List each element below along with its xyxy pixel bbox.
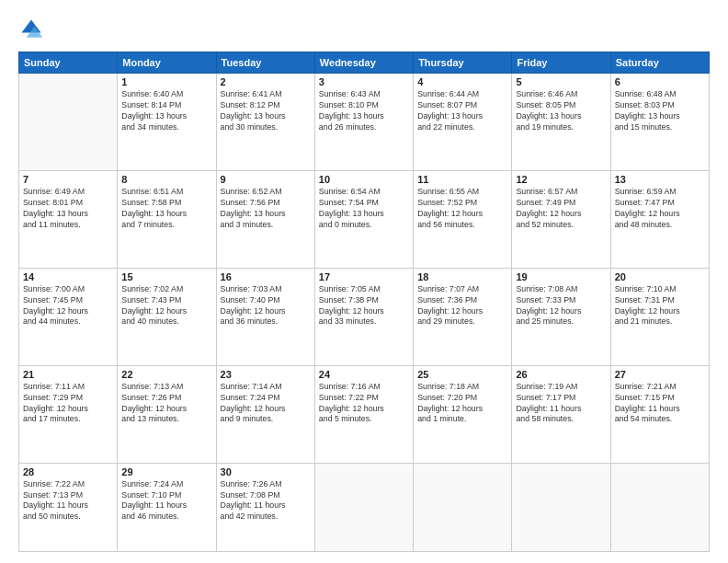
day-number: 20 xyxy=(615,271,705,282)
day-info: Sunrise: 7:14 AMSunset: 7:24 PMDaylight:… xyxy=(221,382,311,426)
day-number: 13 xyxy=(615,174,705,185)
calendar-cell: 1Sunrise: 6:40 AMSunset: 8:14 PMDaylight… xyxy=(118,74,216,171)
day-info: Sunrise: 6:51 AMSunset: 7:58 PMDaylight:… xyxy=(121,187,211,231)
calendar-cell: 8Sunrise: 6:51 AMSunset: 7:58 PMDaylight… xyxy=(118,170,216,268)
day-info: Sunrise: 6:48 AMSunset: 8:03 PMDaylight:… xyxy=(615,89,705,133)
calendar-cell: 27Sunrise: 7:21 AMSunset: 7:15 PMDayligh… xyxy=(610,365,709,463)
weekday-header-wednesday: Wednesday xyxy=(314,52,413,74)
calendar-cell: 29Sunrise: 7:24 AMSunset: 7:10 PMDayligh… xyxy=(118,463,216,551)
day-info: Sunrise: 6:40 AMSunset: 8:14 PMDaylight:… xyxy=(121,89,211,133)
logo-icon xyxy=(18,17,44,42)
day-number: 3 xyxy=(319,76,409,87)
weekday-header-friday: Friday xyxy=(512,52,610,74)
calendar-table: SundayMondayTuesdayWednesdayThursdayFrid… xyxy=(18,52,710,552)
day-info: Sunrise: 7:07 AMSunset: 7:36 PMDaylight:… xyxy=(417,284,507,328)
calendar-cell xyxy=(19,74,118,171)
day-number: 21 xyxy=(23,369,113,380)
calendar-cell: 23Sunrise: 7:14 AMSunset: 7:24 PMDayligh… xyxy=(216,365,314,463)
week-row-3: 14Sunrise: 7:00 AMSunset: 7:45 PMDayligh… xyxy=(19,268,710,365)
day-info: Sunrise: 7:24 AMSunset: 7:10 PMDaylight:… xyxy=(121,479,211,523)
day-number: 4 xyxy=(417,76,507,87)
calendar-cell: 25Sunrise: 7:18 AMSunset: 7:20 PMDayligh… xyxy=(414,365,512,463)
calendar-cell: 3Sunrise: 6:43 AMSunset: 8:10 PMDaylight… xyxy=(314,74,413,171)
day-info: Sunrise: 6:49 AMSunset: 8:01 PMDaylight:… xyxy=(23,187,113,231)
calendar-cell xyxy=(314,463,413,551)
day-info: Sunrise: 6:43 AMSunset: 8:10 PMDaylight:… xyxy=(319,89,409,133)
weekday-header-monday: Monday xyxy=(118,52,216,74)
day-number: 22 xyxy=(121,369,211,380)
weekday-header-row: SundayMondayTuesdayWednesdayThursdayFrid… xyxy=(19,52,710,74)
day-info: Sunrise: 6:57 AMSunset: 7:49 PMDaylight:… xyxy=(516,187,606,231)
calendar-cell: 16Sunrise: 7:03 AMSunset: 7:40 PMDayligh… xyxy=(216,268,314,365)
weekday-header-sunday: Sunday xyxy=(19,52,118,74)
calendar-cell: 22Sunrise: 7:13 AMSunset: 7:26 PMDayligh… xyxy=(118,365,216,463)
calendar-cell: 5Sunrise: 6:46 AMSunset: 8:05 PMDaylight… xyxy=(512,74,610,171)
day-number: 18 xyxy=(417,271,507,282)
calendar-cell: 17Sunrise: 7:05 AMSunset: 7:38 PMDayligh… xyxy=(314,268,413,365)
day-info: Sunrise: 7:08 AMSunset: 7:33 PMDaylight:… xyxy=(516,284,606,328)
day-number: 5 xyxy=(516,76,606,87)
day-info: Sunrise: 6:46 AMSunset: 8:05 PMDaylight:… xyxy=(516,89,606,133)
header xyxy=(18,17,710,42)
day-number: 25 xyxy=(417,369,507,380)
calendar-cell: 24Sunrise: 7:16 AMSunset: 7:22 PMDayligh… xyxy=(314,365,413,463)
week-row-4: 21Sunrise: 7:11 AMSunset: 7:29 PMDayligh… xyxy=(19,365,710,463)
calendar-cell: 28Sunrise: 7:22 AMSunset: 7:13 PMDayligh… xyxy=(19,463,118,551)
calendar-cell xyxy=(610,463,709,551)
page: SundayMondayTuesdayWednesdayThursdayFrid… xyxy=(0,0,728,563)
day-info: Sunrise: 7:13 AMSunset: 7:26 PMDaylight:… xyxy=(121,382,211,426)
day-info: Sunrise: 7:22 AMSunset: 7:13 PMDaylight:… xyxy=(23,479,113,523)
calendar-cell: 30Sunrise: 7:26 AMSunset: 7:08 PMDayligh… xyxy=(216,463,314,551)
day-number: 26 xyxy=(516,369,606,380)
day-number: 11 xyxy=(417,174,507,185)
day-number: 16 xyxy=(221,271,311,282)
logo xyxy=(18,17,48,42)
week-row-1: 1Sunrise: 6:40 AMSunset: 8:14 PMDaylight… xyxy=(19,74,710,171)
calendar-cell: 26Sunrise: 7:19 AMSunset: 7:17 PMDayligh… xyxy=(512,365,610,463)
day-number: 23 xyxy=(221,369,311,380)
day-number: 2 xyxy=(221,76,311,87)
calendar-cell: 20Sunrise: 7:10 AMSunset: 7:31 PMDayligh… xyxy=(610,268,709,365)
calendar-cell: 2Sunrise: 6:41 AMSunset: 8:12 PMDaylight… xyxy=(216,74,314,171)
day-info: Sunrise: 7:26 AMSunset: 7:08 PMDaylight:… xyxy=(221,479,311,523)
day-number: 7 xyxy=(23,174,113,185)
calendar-cell: 9Sunrise: 6:52 AMSunset: 7:56 PMDaylight… xyxy=(216,170,314,268)
calendar-cell: 10Sunrise: 6:54 AMSunset: 7:54 PMDayligh… xyxy=(314,170,413,268)
day-info: Sunrise: 6:52 AMSunset: 7:56 PMDaylight:… xyxy=(221,187,311,231)
calendar-cell: 12Sunrise: 6:57 AMSunset: 7:49 PMDayligh… xyxy=(512,170,610,268)
calendar-cell: 19Sunrise: 7:08 AMSunset: 7:33 PMDayligh… xyxy=(512,268,610,365)
day-info: Sunrise: 7:11 AMSunset: 7:29 PMDaylight:… xyxy=(23,382,113,426)
day-number: 24 xyxy=(319,369,409,380)
day-info: Sunrise: 7:00 AMSunset: 7:45 PMDaylight:… xyxy=(23,284,113,328)
day-number: 19 xyxy=(516,271,606,282)
calendar-cell: 7Sunrise: 6:49 AMSunset: 8:01 PMDaylight… xyxy=(19,170,118,268)
calendar-cell: 14Sunrise: 7:00 AMSunset: 7:45 PMDayligh… xyxy=(19,268,118,365)
day-info: Sunrise: 7:19 AMSunset: 7:17 PMDaylight:… xyxy=(516,382,606,426)
day-number: 6 xyxy=(615,76,705,87)
day-number: 9 xyxy=(221,174,311,185)
calendar-cell: 6Sunrise: 6:48 AMSunset: 8:03 PMDaylight… xyxy=(610,74,709,171)
calendar-cell xyxy=(512,463,610,551)
day-info: Sunrise: 7:03 AMSunset: 7:40 PMDaylight:… xyxy=(221,284,311,328)
day-number: 14 xyxy=(23,271,113,282)
calendar-cell: 18Sunrise: 7:07 AMSunset: 7:36 PMDayligh… xyxy=(414,268,512,365)
weekday-header-thursday: Thursday xyxy=(414,52,512,74)
day-info: Sunrise: 7:10 AMSunset: 7:31 PMDaylight:… xyxy=(615,284,705,328)
day-info: Sunrise: 7:05 AMSunset: 7:38 PMDaylight:… xyxy=(319,284,409,328)
day-number: 27 xyxy=(615,369,705,380)
day-info: Sunrise: 7:16 AMSunset: 7:22 PMDaylight:… xyxy=(319,382,409,426)
week-row-2: 7Sunrise: 6:49 AMSunset: 8:01 PMDaylight… xyxy=(19,170,710,268)
day-info: Sunrise: 6:41 AMSunset: 8:12 PMDaylight:… xyxy=(221,89,311,133)
day-number: 29 xyxy=(121,466,211,477)
day-number: 30 xyxy=(221,466,311,477)
calendar-cell: 4Sunrise: 6:44 AMSunset: 8:07 PMDaylight… xyxy=(414,74,512,171)
day-info: Sunrise: 7:18 AMSunset: 7:20 PMDaylight:… xyxy=(417,382,507,426)
day-number: 15 xyxy=(121,271,211,282)
week-row-5: 28Sunrise: 7:22 AMSunset: 7:13 PMDayligh… xyxy=(19,463,710,551)
calendar-cell: 11Sunrise: 6:55 AMSunset: 7:52 PMDayligh… xyxy=(414,170,512,268)
day-number: 1 xyxy=(121,76,211,87)
weekday-header-tuesday: Tuesday xyxy=(216,52,314,74)
day-info: Sunrise: 7:21 AMSunset: 7:15 PMDaylight:… xyxy=(615,382,705,426)
calendar-cell: 21Sunrise: 7:11 AMSunset: 7:29 PMDayligh… xyxy=(19,365,118,463)
day-info: Sunrise: 6:44 AMSunset: 8:07 PMDaylight:… xyxy=(417,89,507,133)
